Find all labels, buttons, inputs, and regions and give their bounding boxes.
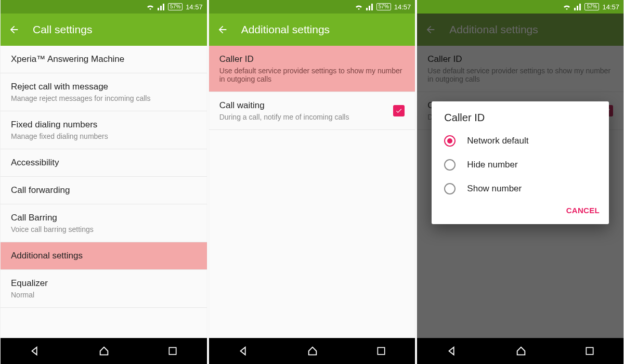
clock: 14:57	[186, 3, 203, 11]
nav-recent-icon[interactable]	[167, 346, 178, 356]
dialog-actions: CANCEL	[432, 201, 609, 219]
list-item-sub: Normal	[11, 291, 197, 299]
list-item-label: Accessibility	[11, 158, 197, 168]
page-title: Call settings	[33, 23, 92, 36]
list-item-label: Call forwarding	[11, 185, 197, 196]
svg-rect-1	[378, 347, 384, 354]
caller-id-dialog: Caller ID Network default Hide number Sh…	[432, 101, 609, 224]
list-item-call-waiting[interactable]: Call waiting During a call, notify me of…	[209, 92, 415, 130]
radio-unselected-icon	[444, 183, 456, 194]
signal-icon	[366, 3, 373, 10]
svg-rect-2	[586, 347, 593, 354]
list-item-sub: Use default service provider settings to…	[219, 67, 405, 83]
nav-home-icon[interactable]	[515, 345, 527, 357]
list-item-equalizer[interactable]: Equalizer Normal	[1, 270, 207, 308]
list-item-answering-machine[interactable]: Xperia™ Answering Machine	[1, 46, 207, 73]
list-item-call-barring[interactable]: Call Barring Voice call barring settings	[1, 204, 207, 242]
list-item-label: Reject call with message	[11, 82, 197, 92]
status-bar: 57% 14:57	[1, 0, 207, 14]
nav-bar	[209, 338, 415, 364]
radio-option-network-default[interactable]: Network default	[432, 129, 609, 153]
nav-bar	[1, 338, 207, 364]
list-item-sub: Voice call barring settings	[11, 225, 197, 233]
battery-indicator: 57%	[168, 3, 183, 10]
wifi-icon	[355, 3, 363, 10]
list-item-caller-id[interactable]: Caller ID Use default service provider s…	[209, 46, 415, 92]
nav-back-icon[interactable]	[238, 345, 249, 357]
radio-label: Network default	[467, 136, 528, 146]
wifi-icon	[146, 3, 154, 10]
list-item-call-forwarding[interactable]: Call forwarding	[1, 177, 207, 204]
screen-additional-settings: 57% 14:57 Additional settings Caller ID …	[209, 0, 416, 364]
status-bar: 57% 14:57	[417, 0, 623, 14]
back-icon[interactable]	[216, 23, 229, 36]
nav-home-icon[interactable]	[307, 345, 318, 357]
screen-caller-id-dialog: 57% 14:57 Additional settings Caller ID …	[417, 0, 624, 364]
nav-back-icon[interactable]	[29, 345, 41, 357]
list-item-fixed-dialing[interactable]: Fixed dialing numbers Manage fixed diali…	[1, 111, 207, 149]
svg-rect-0	[170, 347, 176, 354]
list-item-label: Caller ID	[219, 54, 405, 64]
nav-back-icon[interactable]	[446, 345, 458, 357]
action-bar: Call settings	[1, 14, 207, 46]
list-item-reject-call[interactable]: Reject call with message Manage reject m…	[1, 73, 207, 111]
radio-option-hide-number[interactable]: Hide number	[432, 153, 609, 177]
battery-indicator: 57%	[376, 3, 391, 10]
settings-list: Xperia™ Answering Machine Reject call wi…	[1, 46, 207, 338]
list-item-label: Call Barring	[11, 213, 197, 223]
list-item-sub: Manage reject messages for incoming call…	[11, 94, 197, 102]
settings-list: Caller ID Use default service provider s…	[209, 46, 415, 338]
status-bar: 57% 14:57	[209, 0, 415, 14]
page-title: Additional settings	[241, 23, 330, 36]
nav-bar	[417, 338, 623, 364]
signal-icon	[158, 3, 165, 10]
nav-home-icon[interactable]	[98, 345, 110, 357]
signal-icon	[574, 3, 581, 10]
cancel-button[interactable]: CANCEL	[566, 206, 600, 215]
clock: 14:57	[394, 3, 411, 11]
battery-indicator: 57%	[584, 3, 599, 10]
action-bar: Additional settings	[209, 14, 415, 46]
dialog-title: Caller ID	[432, 101, 609, 129]
list-item-sub: During a call, notify me of incoming cal…	[219, 113, 394, 121]
list-item-label: Fixed dialing numbers	[11, 120, 197, 130]
radio-label: Hide number	[467, 160, 517, 170]
radio-selected-icon	[444, 135, 456, 147]
radio-option-show-number[interactable]: Show number	[432, 177, 609, 201]
screen-call-settings: 57% 14:57 Call settings Xperia™ Answerin…	[0, 0, 207, 364]
list-item-additional-settings[interactable]: Additional settings	[1, 242, 207, 270]
list-item-label: Additional settings	[11, 251, 197, 261]
radio-unselected-icon	[444, 159, 456, 171]
list-item-label: Call waiting	[219, 100, 394, 111]
list-item-sub: Manage fixed dialing numbers	[11, 132, 197, 140]
list-item-label: Xperia™ Answering Machine	[11, 54, 197, 64]
radio-label: Show number	[467, 184, 522, 194]
checkbox-checked-icon[interactable]	[393, 105, 405, 116]
nav-recent-icon[interactable]	[584, 346, 595, 356]
list-item-accessibility[interactable]: Accessibility	[1, 149, 207, 177]
back-icon[interactable]	[8, 23, 20, 36]
list-item-label: Equalizer	[11, 278, 197, 289]
nav-recent-icon[interactable]	[376, 346, 386, 356]
clock: 14:57	[602, 3, 619, 11]
wifi-icon	[563, 3, 571, 10]
